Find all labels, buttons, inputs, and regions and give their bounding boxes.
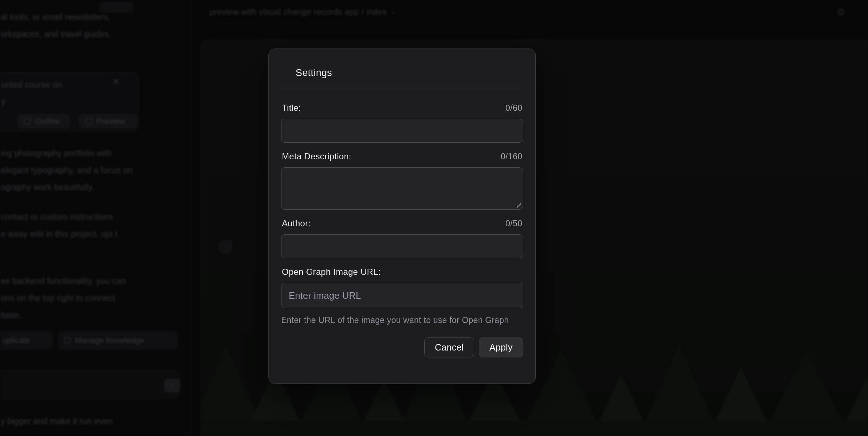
og-image-url-helper: Enter the URL of the image you want to u…	[281, 315, 523, 325]
author-char-counter: 0/50	[505, 219, 522, 229]
field-header: Title: 0/60	[282, 103, 522, 113]
field-header: Author: 0/50	[282, 218, 522, 229]
modal-divider	[281, 88, 523, 88]
og-image-url-label: Open Graph Image URL:	[282, 267, 381, 277]
title-label: Title:	[282, 103, 301, 113]
field-header: Open Graph Image URL:	[282, 267, 522, 277]
title-char-counter: 0/60	[505, 103, 522, 113]
author-input[interactable]	[281, 234, 523, 258]
meta-description-label: Meta Description:	[282, 151, 351, 162]
title-input[interactable]	[281, 119, 523, 143]
meta-description-char-counter: 0/160	[501, 152, 522, 162]
modal-button-row: Cancel Apply	[281, 338, 523, 357]
field-header: Meta Description: 0/160	[282, 151, 522, 162]
apply-button[interactable]: Apply	[479, 338, 523, 357]
cancel-button[interactable]: Cancel	[424, 338, 474, 357]
author-label: Author:	[282, 218, 310, 229]
meta-description-textarea[interactable]	[281, 167, 523, 210]
modal-title: Settings	[296, 66, 523, 79]
settings-modal: Settings Title: 0/60 Meta Description: 0…	[268, 49, 536, 384]
og-image-url-input[interactable]	[281, 283, 523, 308]
